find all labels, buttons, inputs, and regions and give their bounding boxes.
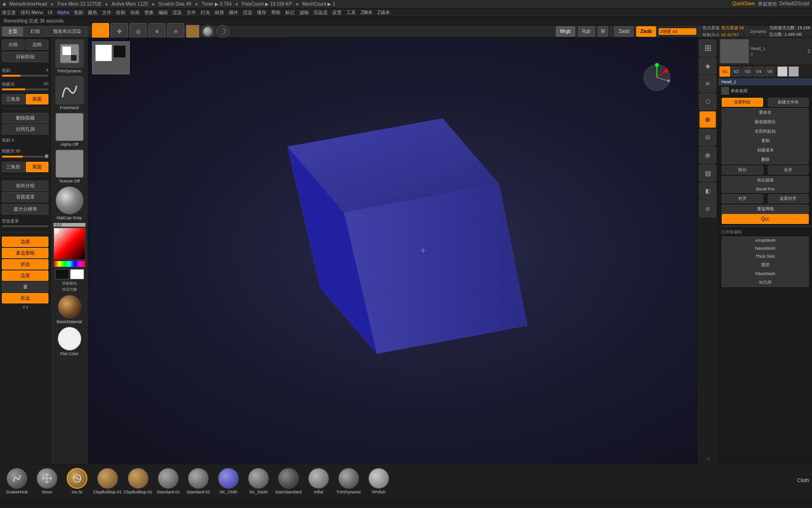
subtool-head-active[interactable]: Head_1 xyxy=(718,78,812,86)
alpha-item-off[interactable]: Alpha Off xyxy=(52,113,87,147)
swatch-black[interactable] xyxy=(55,269,69,279)
material-item-flat[interactable]: Flat Color xyxy=(58,327,81,356)
btn-split[interactable]: 拆分 xyxy=(722,166,763,175)
zsub-btn[interactable]: Zsub xyxy=(636,26,656,37)
btn-back-mask[interactable]: 背面遮罩 xyxy=(2,192,48,202)
btn-fiber-mesh[interactable]: FiberMesh xyxy=(722,270,809,278)
brush-item-standard02[interactable]: Standard-02 xyxy=(184,468,212,494)
brush-item-trimdynamic-bottom[interactable]: TrimDynamic xyxy=(335,468,363,494)
btn-set-align[interactable]: 设置对齐 xyxy=(768,194,809,203)
mat-swatch-2[interactable] xyxy=(789,66,799,77)
tab-home[interactable]: 主页 xyxy=(2,26,23,37)
brush-item-inflat[interactable]: Inflat xyxy=(304,468,333,494)
btn-30-geo[interactable]: 30几何 xyxy=(722,278,809,287)
vtab-v4[interactable]: V4 xyxy=(753,66,764,77)
btn-merge[interactable]: 合并 xyxy=(768,166,809,175)
btn-delete-hidden[interactable]: 删除隐藏 xyxy=(2,113,48,123)
fibermesh-icon-btn[interactable]: ⊜ xyxy=(699,200,716,217)
back-mask-slider[interactable] xyxy=(2,225,48,227)
btn-bool-bag[interactable]: 布尔袋装 xyxy=(722,176,809,185)
deformation-icon-btn[interactable]: ⊛ xyxy=(699,111,716,128)
menu-file[interactable]: 文件 xyxy=(187,9,196,16)
smooth-slider[interactable] xyxy=(2,88,48,90)
material-item-basic[interactable]: BasicMaterial xyxy=(56,295,82,324)
tab-preview[interactable]: 预览布尔渲染 xyxy=(47,26,87,37)
menu-cache[interactable]: 缓存 xyxy=(257,9,266,16)
brush-item-toufa[interactable]: tou fa xyxy=(63,468,91,494)
btn-border[interactable]: 边框 xyxy=(26,40,49,50)
masking-icon-btn[interactable]: ◧ xyxy=(699,183,716,199)
brush-item-skslash[interactable]: SK_Slash xyxy=(244,468,273,494)
vtab-v2[interactable]: V2 xyxy=(731,66,742,77)
btn-forward-group[interactable]: 前向分组 xyxy=(2,181,48,191)
dynamic-btn[interactable]: Dynamic xyxy=(750,29,766,34)
btn-layer[interactable]: 图层 xyxy=(722,261,809,270)
menu-mat[interactable]: 材质 xyxy=(215,9,224,16)
btn-bevel-pro[interactable]: Bevel Pro xyxy=(722,185,809,193)
btn-crease[interactable]: 折边 xyxy=(2,259,48,270)
menu-anim[interactable]: 动画 xyxy=(130,9,140,16)
btn-rename[interactable]: 重命名 xyxy=(722,108,809,117)
btn-duplicate[interactable]: 复制 xyxy=(722,136,809,145)
btn-close-holes[interactable]: 封闭孔洞 xyxy=(2,124,48,135)
btn-new-folder[interactable]: 新建文件夹 xyxy=(768,98,809,107)
btn-double-face[interactable]: 双面 xyxy=(26,94,49,104)
surface-icon-btn[interactable]: ≋ xyxy=(699,75,716,92)
menu-settings[interactable]: 设置 xyxy=(332,9,342,16)
transparency-btn[interactable]: 界面透明 xyxy=(758,1,777,8)
brush-item-standard01[interactable]: Standard-01 xyxy=(154,468,182,494)
btn-delete[interactable]: 删除 xyxy=(722,155,809,164)
menu-user[interactable]: 张立发 xyxy=(2,9,16,16)
brush-item-snakehook[interactable]: SnakeHook xyxy=(3,468,31,494)
menu-help[interactable]: 帮助 xyxy=(271,9,281,16)
menu-filter[interactable]: 滤镜 xyxy=(299,9,309,16)
menu-document[interactable]: 文件 xyxy=(102,9,111,16)
btn-align[interactable]: 对齐 xyxy=(722,194,763,203)
menu-renderflow[interactable]: 渲染流 xyxy=(313,9,328,16)
btn-triangle2[interactable]: 三角形 xyxy=(2,162,25,172)
brush-item-skcloth[interactable]: SK_Cloth xyxy=(214,468,242,494)
texture-item-off[interactable]: Texture Off xyxy=(52,150,87,183)
menu-transform[interactable]: 变换 xyxy=(144,9,154,16)
morph-icon-btn[interactable]: ⊕ xyxy=(699,147,716,164)
vtab-v3[interactable]: V3 xyxy=(742,66,753,77)
menu-ui[interactable]: UI xyxy=(48,10,53,15)
menu-draw[interactable]: 绘制 xyxy=(116,9,125,16)
layers-icon-btn[interactable]: ▤ xyxy=(699,165,716,182)
fill-object-btn[interactable]: 填充对象 xyxy=(62,287,77,292)
brush-item-hpolish[interactable]: hPolish xyxy=(365,468,393,494)
rgb-btn[interactable]: Rgb xyxy=(578,26,595,37)
quicksave-btn[interactable]: QuickSave xyxy=(732,1,755,8)
default-z-btn[interactable]: DefaultZScript xyxy=(780,1,809,8)
hue-bar[interactable] xyxy=(54,261,86,267)
tab-lightbox[interactable]: 灯箱 xyxy=(24,26,46,37)
zadd-btn[interactable]: Zadd xyxy=(614,26,633,37)
color-picker-btn[interactable] xyxy=(186,25,199,38)
vtab-v5[interactable]: V5 xyxy=(765,66,775,77)
menu-color[interactable]: 颜色 xyxy=(88,9,97,16)
vtab-v1[interactable]: V1 xyxy=(719,66,730,77)
color-picker[interactable]: 渐变 切换颜色 填充对象 xyxy=(53,223,86,292)
btn-target-stage[interactable]: 目标阶段 xyxy=(2,52,48,62)
btn-double-face2[interactable]: 双面 xyxy=(26,162,49,172)
menu-zplugin[interactable]: Z插本 xyxy=(377,9,390,16)
intensity-slider[interactable]: Z强度 43 xyxy=(659,28,696,35)
color-gradient-area[interactable] xyxy=(54,228,86,260)
btn-amount[interactable]: 量 xyxy=(2,282,48,292)
geometry-icon-btn[interactable]: ◈ xyxy=(699,57,716,74)
m-btn[interactable]: M xyxy=(598,26,608,37)
brush-item-move[interactable]: Move xyxy=(33,468,61,494)
btn-all-to-start[interactable]: 全部到起始 xyxy=(722,127,809,136)
subtool-icon-btn[interactable]: ⊞ xyxy=(699,40,716,56)
menu-arrange[interactable]: 排列 Menu xyxy=(21,9,43,16)
btn-remesh[interactable]: 重返网格 xyxy=(722,205,809,214)
btn-polygon-group[interactable]: 多边形组 xyxy=(2,248,48,258)
btn-edge-loop[interactable]: 边形 xyxy=(2,237,48,247)
brush-item-freehand[interactable]: FreeHand xyxy=(52,76,87,110)
menu-edit[interactable]: 编辑 xyxy=(158,9,168,16)
subtool-thumb-1[interactable] xyxy=(720,40,749,63)
btn-crease2[interactable]: 折边 xyxy=(2,293,48,303)
uv-icon-btn[interactable]: ⊟ xyxy=(699,129,716,146)
btn-export-all[interactable]: 全部列出 xyxy=(722,98,763,107)
btn-lowest-subdiv[interactable]: 最低级细分 xyxy=(722,118,809,127)
